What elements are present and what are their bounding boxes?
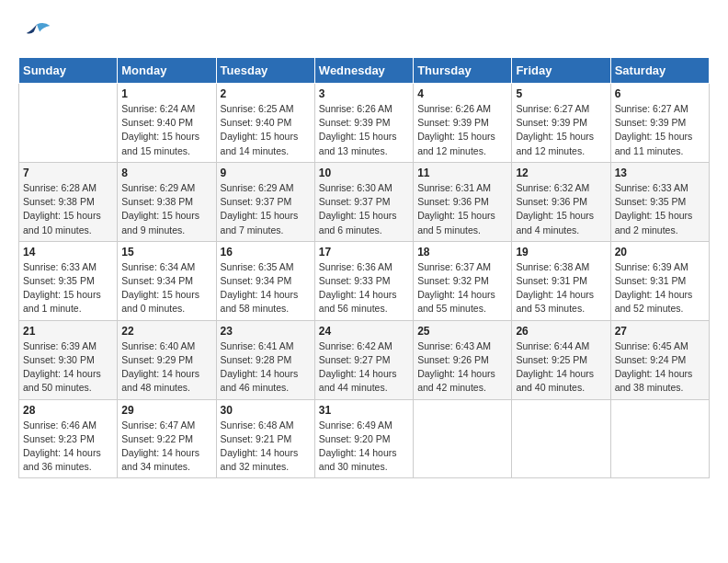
calendar-cell: 27Sunrise: 6:45 AM Sunset: 9:24 PM Dayli… xyxy=(610,320,709,399)
day-info: Sunrise: 6:29 AM Sunset: 9:38 PM Dayligh… xyxy=(121,181,211,237)
calendar-cell xyxy=(512,399,610,478)
day-number: 29 xyxy=(121,404,211,417)
day-info: Sunrise: 6:49 AM Sunset: 9:20 PM Dayligh… xyxy=(319,419,409,475)
day-number: 30 xyxy=(221,404,311,417)
day-number: 27 xyxy=(615,325,705,338)
day-number: 1 xyxy=(121,87,211,100)
day-number: 7 xyxy=(23,167,113,179)
day-info: Sunrise: 6:47 AM Sunset: 9:22 PM Dayligh… xyxy=(121,419,211,475)
day-number: 4 xyxy=(417,87,507,100)
day-info: Sunrise: 6:26 AM Sunset: 9:39 PM Dayligh… xyxy=(417,102,507,158)
day-info: Sunrise: 6:30 AM Sunset: 9:37 PM Dayligh… xyxy=(319,181,409,237)
day-info: Sunrise: 6:42 AM Sunset: 9:27 PM Dayligh… xyxy=(319,339,409,396)
day-number: 8 xyxy=(121,167,211,179)
calendar-header-row: SundayMondayTuesdayWednesdayThursdayFrid… xyxy=(19,58,710,84)
day-number: 22 xyxy=(121,325,211,338)
calendar-cell: 23Sunrise: 6:41 AM Sunset: 9:28 PM Dayli… xyxy=(216,320,314,399)
calendar-cell: 22Sunrise: 6:40 AM Sunset: 9:29 PM Dayli… xyxy=(118,320,216,399)
day-number: 3 xyxy=(319,87,409,100)
calendar-cell: 30Sunrise: 6:48 AM Sunset: 9:21 PM Dayli… xyxy=(216,399,314,478)
day-info: Sunrise: 6:26 AM Sunset: 9:39 PM Dayligh… xyxy=(319,102,409,158)
day-number: 19 xyxy=(516,246,606,259)
calendar-cell: 26Sunrise: 6:44 AM Sunset: 9:25 PM Dayli… xyxy=(512,320,610,399)
day-number: 11 xyxy=(417,167,507,179)
calendar-cell: 31Sunrise: 6:49 AM Sunset: 9:20 PM Dayli… xyxy=(314,399,413,478)
day-number: 21 xyxy=(23,325,113,338)
calendar-cell: 1Sunrise: 6:24 AM Sunset: 9:40 PM Daylig… xyxy=(118,84,216,163)
day-info: Sunrise: 6:38 AM Sunset: 9:31 PM Dayligh… xyxy=(516,260,606,316)
calendar-week-row: 28Sunrise: 6:46 AM Sunset: 9:23 PM Dayli… xyxy=(19,399,710,478)
day-info: Sunrise: 6:39 AM Sunset: 9:30 PM Dayligh… xyxy=(23,339,113,396)
day-info: Sunrise: 6:41 AM Sunset: 9:28 PM Dayligh… xyxy=(221,339,311,396)
calendar-cell: 14Sunrise: 6:33 AM Sunset: 9:35 PM Dayli… xyxy=(19,241,118,320)
calendar-week-row: 7Sunrise: 6:28 AM Sunset: 9:38 PM Daylig… xyxy=(19,162,710,241)
day-number: 5 xyxy=(516,87,606,100)
day-info: Sunrise: 6:46 AM Sunset: 9:23 PM Dayligh… xyxy=(23,419,113,475)
calendar-cell xyxy=(19,84,118,163)
day-number: 24 xyxy=(319,325,409,338)
day-info: Sunrise: 6:25 AM Sunset: 9:40 PM Dayligh… xyxy=(221,102,311,158)
day-number: 18 xyxy=(417,246,507,259)
day-number: 2 xyxy=(221,87,311,100)
logo xyxy=(18,18,51,48)
day-info: Sunrise: 6:37 AM Sunset: 9:32 PM Dayligh… xyxy=(417,260,507,316)
calendar-cell: 2Sunrise: 6:25 AM Sunset: 9:40 PM Daylig… xyxy=(216,84,314,163)
day-number: 26 xyxy=(516,325,606,338)
day-header-friday: Friday xyxy=(512,58,610,84)
calendar-cell: 6Sunrise: 6:27 AM Sunset: 9:39 PM Daylig… xyxy=(610,84,709,163)
calendar-cell: 21Sunrise: 6:39 AM Sunset: 9:30 PM Dayli… xyxy=(19,320,118,399)
day-number: 31 xyxy=(319,404,409,417)
day-number: 13 xyxy=(615,167,705,179)
calendar-cell: 15Sunrise: 6:34 AM Sunset: 9:34 PM Dayli… xyxy=(118,241,216,320)
day-info: Sunrise: 6:44 AM Sunset: 9:25 PM Dayligh… xyxy=(516,339,606,396)
day-number: 9 xyxy=(221,167,311,179)
calendar-cell: 3Sunrise: 6:26 AM Sunset: 9:39 PM Daylig… xyxy=(314,84,413,163)
calendar-cell: 18Sunrise: 6:37 AM Sunset: 9:32 PM Dayli… xyxy=(414,241,512,320)
day-info: Sunrise: 6:32 AM Sunset: 9:36 PM Dayligh… xyxy=(516,181,606,237)
day-info: Sunrise: 6:35 AM Sunset: 9:34 PM Dayligh… xyxy=(221,260,311,316)
day-info: Sunrise: 6:39 AM Sunset: 9:31 PM Dayligh… xyxy=(615,260,705,316)
calendar-cell: 8Sunrise: 6:29 AM Sunset: 9:38 PM Daylig… xyxy=(118,162,216,241)
calendar-table: SundayMondayTuesdayWednesdayThursdayFrid… xyxy=(18,57,710,478)
calendar-cell xyxy=(610,399,709,478)
calendar-cell: 28Sunrise: 6:46 AM Sunset: 9:23 PM Dayli… xyxy=(19,399,118,478)
day-info: Sunrise: 6:43 AM Sunset: 9:26 PM Dayligh… xyxy=(417,339,507,396)
day-info: Sunrise: 6:36 AM Sunset: 9:33 PM Dayligh… xyxy=(319,260,409,316)
day-number: 17 xyxy=(319,246,409,259)
calendar-cell: 9Sunrise: 6:29 AM Sunset: 9:37 PM Daylig… xyxy=(216,162,314,241)
day-header-wednesday: Wednesday xyxy=(314,58,413,84)
day-info: Sunrise: 6:29 AM Sunset: 9:37 PM Dayligh… xyxy=(221,181,311,237)
calendar-cell: 17Sunrise: 6:36 AM Sunset: 9:33 PM Dayli… xyxy=(314,241,413,320)
day-number: 10 xyxy=(319,167,409,179)
day-number: 28 xyxy=(23,404,113,417)
calendar-cell: 13Sunrise: 6:33 AM Sunset: 9:35 PM Dayli… xyxy=(610,162,709,241)
day-number: 15 xyxy=(121,246,211,259)
day-info: Sunrise: 6:45 AM Sunset: 9:24 PM Dayligh… xyxy=(615,339,705,396)
calendar-cell: 25Sunrise: 6:43 AM Sunset: 9:26 PM Dayli… xyxy=(414,320,512,399)
calendar-cell: 29Sunrise: 6:47 AM Sunset: 9:22 PM Dayli… xyxy=(118,399,216,478)
day-info: Sunrise: 6:31 AM Sunset: 9:36 PM Dayligh… xyxy=(417,181,507,237)
calendar-cell: 19Sunrise: 6:38 AM Sunset: 9:31 PM Dayli… xyxy=(512,241,610,320)
day-info: Sunrise: 6:33 AM Sunset: 9:35 PM Dayligh… xyxy=(615,181,705,237)
day-info: Sunrise: 6:27 AM Sunset: 9:39 PM Dayligh… xyxy=(615,102,705,158)
day-info: Sunrise: 6:27 AM Sunset: 9:39 PM Dayligh… xyxy=(516,102,606,158)
day-header-sunday: Sunday xyxy=(19,58,118,84)
day-info: Sunrise: 6:24 AM Sunset: 9:40 PM Dayligh… xyxy=(121,102,211,158)
calendar-week-row: 21Sunrise: 6:39 AM Sunset: 9:30 PM Dayli… xyxy=(19,320,710,399)
day-number: 25 xyxy=(417,325,507,338)
day-info: Sunrise: 6:48 AM Sunset: 9:21 PM Dayligh… xyxy=(221,419,311,475)
day-info: Sunrise: 6:33 AM Sunset: 9:35 PM Dayligh… xyxy=(23,260,113,316)
day-number: 12 xyxy=(516,167,606,179)
day-number: 14 xyxy=(23,246,113,259)
calendar-cell: 16Sunrise: 6:35 AM Sunset: 9:34 PM Dayli… xyxy=(216,241,314,320)
day-number: 16 xyxy=(221,246,311,259)
day-number: 20 xyxy=(615,246,705,259)
calendar-cell: 10Sunrise: 6:30 AM Sunset: 9:37 PM Dayli… xyxy=(314,162,413,241)
calendar-cell: 5Sunrise: 6:27 AM Sunset: 9:39 PM Daylig… xyxy=(512,84,610,163)
day-header-monday: Monday xyxy=(118,58,216,84)
calendar-cell: 7Sunrise: 6:28 AM Sunset: 9:38 PM Daylig… xyxy=(19,162,118,241)
calendar-cell: 24Sunrise: 6:42 AM Sunset: 9:27 PM Dayli… xyxy=(314,320,413,399)
day-number: 23 xyxy=(221,325,311,338)
day-header-saturday: Saturday xyxy=(610,58,709,84)
calendar-cell: 12Sunrise: 6:32 AM Sunset: 9:36 PM Dayli… xyxy=(512,162,610,241)
